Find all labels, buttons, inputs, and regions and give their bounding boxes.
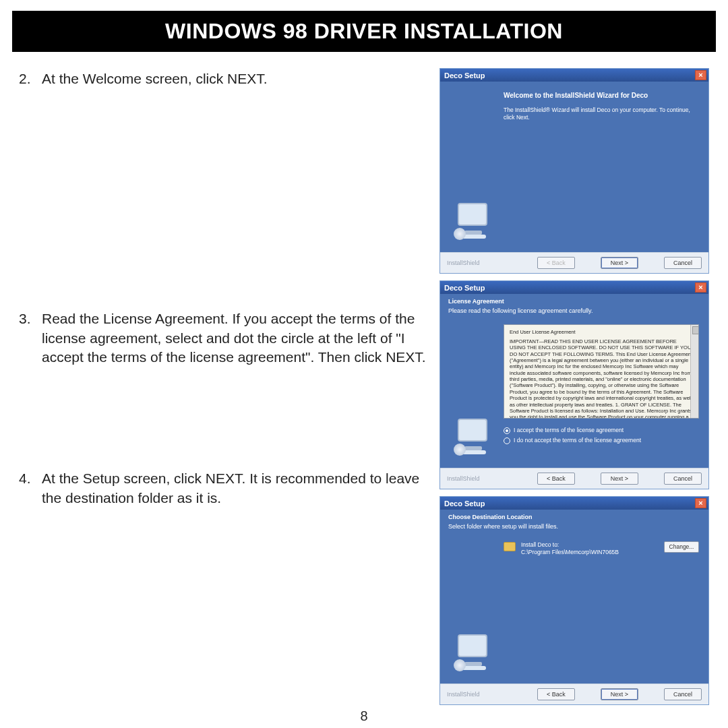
brand-label: InstallShield [447, 260, 512, 266]
wizard-welcome-window: Deco Setup × Welcome to the InstallShiel… [439, 68, 709, 274]
destination-row: Install Deco to: C:\Program Files\Memcor… [504, 541, 699, 556]
license-textarea[interactable]: End User License Agreement IMPORTANT—REA… [504, 324, 699, 419]
subheader: License Agreement Please read the follow… [440, 294, 708, 320]
step-4: 4. At the Setup screen, click NEXT. It i… [19, 469, 426, 508]
step-number: 4. [19, 469, 42, 508]
close-icon[interactable]: × [695, 70, 706, 80]
scrollbar[interactable] [690, 325, 698, 418]
step-2: 2. At the Welcome screen, click NEXT. [19, 69, 426, 88]
screenshots-column: Deco Setup × Welcome to the InstallShiel… [439, 68, 709, 705]
wizard-footer: InstallShield < Back Next > Cancel [440, 684, 708, 704]
radio-accept[interactable]: I accept the terms of the license agreem… [504, 427, 699, 434]
welcome-heading: Welcome to the InstallShield Wizard for … [504, 91, 699, 100]
brand-label: InstallShield [447, 475, 512, 482]
cancel-button[interactable]: Cancel [664, 688, 702, 700]
next-button[interactable]: Next > [601, 473, 638, 485]
window-title: Deco Setup [444, 499, 485, 508]
step-text: Read the License Agreement. If you accep… [42, 309, 426, 367]
back-button[interactable]: < Back [537, 473, 575, 485]
cancel-button[interactable]: Cancel [664, 473, 702, 485]
radio-reject[interactable]: I do not accept the terms of the license… [504, 437, 699, 444]
next-button[interactable]: Next > [601, 688, 638, 700]
wizard-graphic [440, 320, 501, 468]
window-title: Deco Setup [444, 71, 485, 80]
titlebar: Deco Setup × [440, 69, 708, 82]
step-3: 3. Read the License Agreement. If you ac… [19, 309, 426, 367]
subheader-desc: Select folder where setup will install f… [448, 523, 702, 531]
wizard-graphic [440, 82, 501, 252]
radio-accept-label: I accept the terms of the license agreem… [514, 427, 624, 434]
license-body: IMPORTANT—READ THIS END USER LICENSE AGR… [510, 338, 693, 419]
page-number: 8 [0, 708, 728, 724]
step-number: 2. [19, 69, 42, 88]
wizard-body: Welcome to the InstallShield Wizard for … [501, 82, 708, 252]
titlebar: Deco Setup × [440, 497, 708, 510]
step-number: 3. [19, 309, 42, 367]
wizard-graphic [440, 536, 501, 684]
subheader-title: Choose Destination Location [448, 514, 702, 522]
monitor-icon [452, 419, 493, 456]
close-icon[interactable]: × [695, 498, 706, 508]
next-button[interactable]: Next > [601, 257, 638, 269]
folder-icon [504, 542, 516, 551]
back-button[interactable]: < Back [537, 257, 575, 269]
wizard-footer: InstallShield < Back Next > Cancel [440, 468, 708, 489]
step-text: At the Welcome screen, click NEXT. [42, 69, 426, 88]
back-button[interactable]: < Back [537, 688, 575, 700]
wizard-license-window: Deco Setup × License Agreement Please re… [439, 280, 709, 489]
page-title: WINDOWS 98 DRIVER INSTALLATION [12, 11, 716, 52]
change-button[interactable]: Change... [664, 541, 699, 553]
wizard-footer: InstallShield < Back Next > Cancel [440, 252, 708, 273]
destination-label: Install Deco to: [521, 541, 619, 549]
window-title: Deco Setup [444, 284, 485, 292]
subheader: Choose Destination Location Select folde… [440, 510, 708, 536]
titlebar: Deco Setup × [440, 281, 708, 294]
close-icon[interactable]: × [695, 282, 706, 293]
monitor-icon [452, 203, 493, 240]
cancel-button[interactable]: Cancel [664, 257, 702, 269]
instructions-column: 2. At the Welcome screen, click NEXT. 3.… [19, 68, 433, 705]
step-text: At the Setup screen, click NEXT. It is r… [42, 469, 426, 508]
subheader-title: License Agreement [448, 298, 702, 306]
destination-path: C:\Program Files\Memcorp\WIN7065B [521, 549, 619, 556]
monitor-icon [452, 634, 493, 671]
brand-label: InstallShield [447, 691, 512, 698]
radio-icon [504, 427, 510, 434]
subheader-desc: Please read the following license agreem… [448, 307, 702, 315]
license-radios: I accept the terms of the license agreem… [504, 427, 699, 444]
radio-icon [504, 437, 510, 444]
welcome-text: The InstallShield® Wizard will install D… [504, 107, 699, 121]
license-heading: End User License Agreement [510, 329, 693, 335]
content: 2. At the Welcome screen, click NEXT. 3.… [0, 68, 728, 705]
radio-reject-label: I do not accept the terms of the license… [514, 437, 641, 444]
wizard-destination-window: Deco Setup × Choose Destination Location… [439, 496, 709, 705]
